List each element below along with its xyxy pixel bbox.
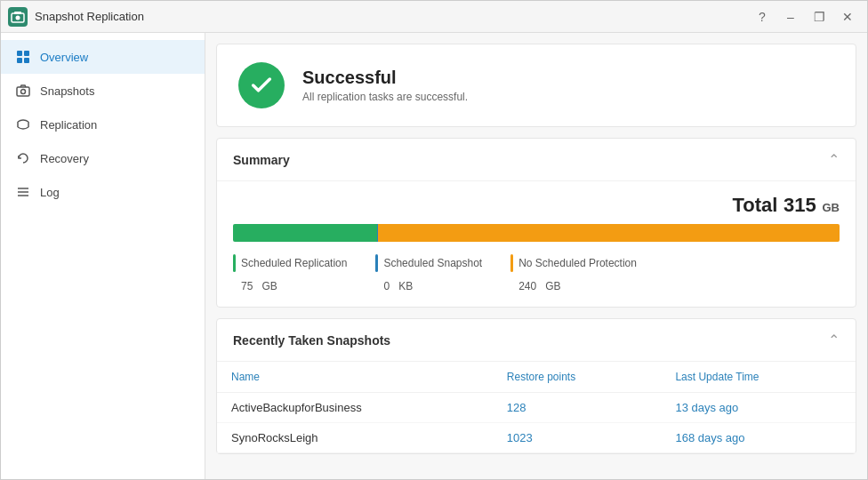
- camera-icon: [15, 83, 31, 99]
- titlebar: Snapshot Replication ? – ❐ ✕: [1, 1, 867, 33]
- row1-name: ActiveBackupforBusiness: [217, 393, 493, 423]
- sr-number: 75: [241, 280, 253, 292]
- sidebar-overview-label: Overview: [40, 51, 88, 64]
- row2-restore: 1023: [493, 423, 662, 453]
- content-area: Overview Snapshots: [1, 33, 867, 479]
- bar-green: [233, 224, 377, 242]
- ss-number: 0: [383, 280, 390, 292]
- window-controls: ? – ❐ ✕: [750, 6, 860, 28]
- total-unit: GB: [823, 201, 840, 214]
- sr-value: 75 GB: [233, 276, 347, 294]
- sidebar-item-overview[interactable]: Overview: [1, 40, 205, 74]
- snapshots-table-container: Name Restore points Last Update Time Act…: [217, 362, 856, 453]
- total-label: Total 315 GB: [233, 194, 840, 217]
- ns-unit: GB: [545, 280, 560, 292]
- summary-card: Summary ⌃ Total 315 GB: [216, 138, 856, 308]
- summary-collapse-icon[interactable]: ⌃: [828, 151, 840, 168]
- minimize-button[interactable]: –: [778, 6, 803, 28]
- svg-rect-6: [24, 58, 29, 63]
- legend-scheduled-snapshot: Scheduled Snapshot 0 KB: [375, 254, 482, 294]
- ns-value: 240 GB: [510, 276, 637, 294]
- log-icon: [15, 184, 31, 200]
- table-row[interactable]: SynoRocksLeigh 1023 168 days ago: [217, 423, 856, 453]
- summary-title: Summary: [233, 153, 290, 167]
- bar-yellow: [378, 224, 840, 242]
- ns-number: 240: [518, 280, 536, 292]
- ns-label: No Scheduled Protection: [518, 257, 637, 269]
- sidebar-item-recovery[interactable]: Recovery: [1, 141, 205, 175]
- row2-update: 168 days ago: [661, 423, 856, 453]
- green-dot: [233, 254, 236, 272]
- sidebar: Overview Snapshots: [1, 33, 205, 479]
- replication-icon: [15, 116, 31, 132]
- blue-dot: [375, 254, 378, 272]
- snapshots-card: Recently Taken Snapshots ⌃ Name Restore …: [216, 318, 856, 454]
- table-row[interactable]: ActiveBackupforBusiness 128 13 days ago: [217, 393, 856, 423]
- storage-bar: [233, 224, 840, 242]
- svg-point-1: [16, 15, 20, 20]
- storage-legend: Scheduled Replication 75 GB Scheduled Sn…: [233, 254, 840, 294]
- col-name: Name: [217, 362, 493, 393]
- snapshots-header: Recently Taken Snapshots ⌃: [217, 319, 856, 362]
- svg-rect-4: [24, 51, 29, 56]
- row1-restore: 128: [493, 393, 662, 423]
- ss-value: 0 KB: [375, 276, 482, 294]
- sidebar-recovery-label: Recovery: [40, 152, 89, 165]
- svg-point-8: [21, 90, 26, 94]
- status-description: All replication tasks are successful.: [302, 91, 468, 103]
- sidebar-item-snapshots[interactable]: Snapshots: [1, 74, 205, 108]
- snapshots-title: Recently Taken Snapshots: [233, 333, 390, 348]
- grid-icon: [15, 49, 31, 65]
- col-restore: Restore points: [493, 362, 662, 393]
- sidebar-log-label: Log: [40, 186, 60, 199]
- recovery-icon: [15, 150, 31, 166]
- help-button[interactable]: ?: [750, 6, 775, 28]
- legend-scheduled-replication: Scheduled Replication 75 GB: [233, 254, 347, 294]
- status-title: Successful: [302, 68, 468, 88]
- sr-unit: GB: [261, 280, 277, 292]
- status-card: Successful All replication tasks are suc…: [216, 44, 856, 127]
- snapshots-collapse-icon[interactable]: ⌃: [828, 332, 840, 348]
- main-content: Successful All replication tasks are suc…: [205, 33, 867, 479]
- status-text: Successful All replication tasks are suc…: [302, 68, 468, 103]
- svg-rect-3: [17, 51, 22, 56]
- svg-rect-5: [17, 58, 22, 63]
- window-title: Snapshot Replication: [35, 10, 750, 23]
- snapshots-table: Name Restore points Last Update Time Act…: [217, 362, 856, 453]
- summary-body: Total 315 GB Scheduled Replica: [217, 181, 856, 307]
- app-icon: [8, 7, 28, 27]
- svg-rect-2: [14, 12, 21, 14]
- success-icon: [238, 62, 285, 108]
- sidebar-item-log[interactable]: Log: [1, 175, 205, 209]
- total-label-text: Total: [733, 194, 778, 216]
- close-button[interactable]: ✕: [835, 6, 860, 28]
- col-update: Last Update Time: [661, 362, 856, 393]
- maximize-button[interactable]: ❐: [807, 6, 832, 28]
- row2-name: SynoRocksLeigh: [217, 423, 493, 453]
- sidebar-replication-label: Replication: [40, 118, 97, 132]
- app-window: Snapshot Replication ? – ❐ ✕ Overview: [0, 0, 868, 480]
- sidebar-snapshots-label: Snapshots: [40, 84, 94, 98]
- sidebar-item-replication[interactable]: Replication: [1, 108, 205, 141]
- row1-update: 13 days ago: [661, 393, 856, 423]
- yellow-dot: [510, 254, 513, 272]
- svg-rect-7: [17, 87, 29, 96]
- sr-label: Scheduled Replication: [241, 257, 347, 269]
- summary-header: Summary ⌃: [217, 139, 856, 181]
- ss-label: Scheduled Snapshot: [383, 257, 482, 269]
- legend-no-scheduled: No Scheduled Protection 240 GB: [510, 254, 637, 294]
- ss-unit: KB: [398, 280, 413, 292]
- total-value: 315: [784, 194, 816, 216]
